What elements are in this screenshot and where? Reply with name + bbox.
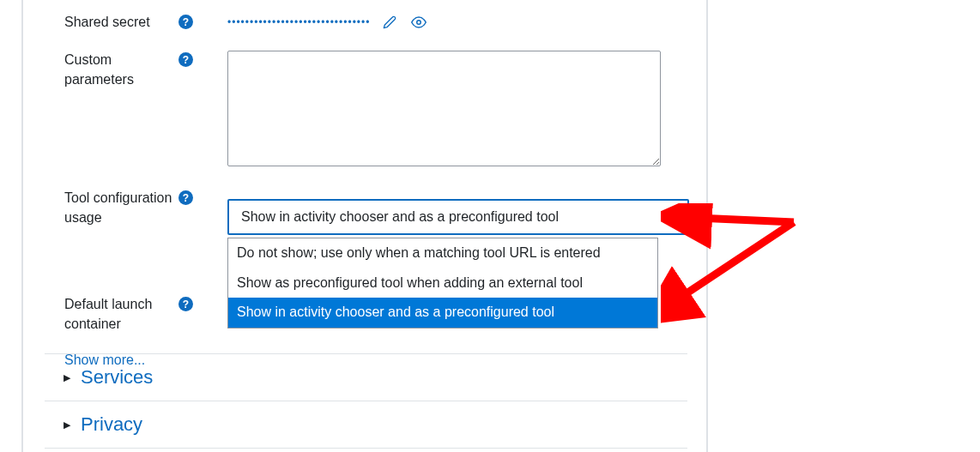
edit-icon[interactable] bbox=[380, 13, 399, 32]
accordion-privacy-title: Privacy bbox=[81, 413, 142, 436]
content-left-border bbox=[21, 0, 23, 452]
dropdown-option[interactable]: Show as preconfigured tool when adding a… bbox=[228, 268, 657, 298]
tool-configuration-usage-dropdown: Do not show; use only when a matching to… bbox=[227, 238, 658, 328]
row-shared-secret: Shared secret ? ••••••••••••••••••••••••… bbox=[64, 13, 662, 32]
dropdown-option-selected[interactable]: Show in activity chooser and as a precon… bbox=[228, 298, 657, 327]
eye-icon[interactable] bbox=[409, 13, 428, 32]
label-custom-parameters: Custom parameters bbox=[64, 51, 178, 89]
help-icon[interactable]: ? bbox=[178, 52, 193, 67]
svg-point-0 bbox=[417, 21, 421, 25]
label-tool-configuration-usage: Tool configuration usage bbox=[64, 189, 178, 227]
tool-configuration-usage-select[interactable]: Show in activity chooser and as a precon… bbox=[227, 199, 689, 235]
shared-secret-masked: •••••••••••••••••••••••••••••••• bbox=[227, 16, 370, 28]
caret-right-icon: ▶ bbox=[64, 419, 72, 431]
svg-line-5 bbox=[676, 222, 794, 300]
help-icon[interactable]: ? bbox=[178, 190, 193, 205]
accordion-services-title: Services bbox=[81, 366, 153, 389]
help-icon[interactable]: ? bbox=[178, 15, 193, 29]
caret-right-icon: ▶ bbox=[64, 372, 72, 383]
accordion-privacy[interactable]: ▶ Privacy bbox=[45, 401, 687, 448]
content-right-border bbox=[706, 0, 708, 452]
svg-marker-1 bbox=[668, 213, 677, 217]
row-tool-configuration-usage: Tool configuration usage ? Show in activ… bbox=[64, 189, 662, 235]
select-value: Show in activity chooser and as a precon… bbox=[241, 209, 559, 225]
svg-line-4 bbox=[697, 218, 794, 222]
svg-marker-2 bbox=[668, 218, 677, 222]
label-shared-secret: Shared secret bbox=[64, 13, 178, 32]
chevron-updown-icon bbox=[668, 212, 677, 222]
custom-parameters-textarea[interactable] bbox=[227, 51, 661, 166]
label-default-launch-container: Default launch container bbox=[64, 295, 178, 334]
help-icon[interactable]: ? bbox=[178, 297, 193, 311]
dropdown-option[interactable]: Do not show; use only when a matching to… bbox=[228, 238, 657, 268]
row-custom-parameters: Custom parameters ? bbox=[64, 51, 662, 170]
accordion-services[interactable]: ▶ Services bbox=[45, 353, 687, 401]
